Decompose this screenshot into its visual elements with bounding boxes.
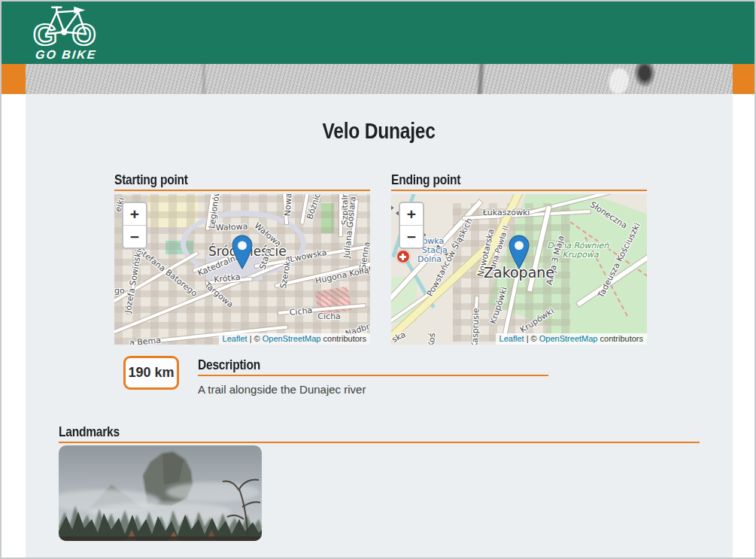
attribution-suffix: contributors	[600, 334, 643, 343]
logo-letter-o: O	[71, 17, 96, 47]
leaflet-link[interactable]: Leaflet	[499, 334, 524, 343]
right-gutter	[733, 94, 754, 557]
ending-point-label: Ending point	[391, 172, 460, 188]
landmark-photo-icon	[59, 445, 262, 541]
description-text: A trail alongside the Dunajec river	[198, 383, 548, 396]
map-street-label: Krupowa	[563, 250, 599, 260]
page: G O GO BIKE Velo Dunajec	[0, 0, 756, 559]
map-street-label: Cicha	[317, 311, 341, 321]
texture-banner	[26, 64, 733, 94]
left-gutter	[2, 94, 26, 557]
page-title: Velo Dunajec	[323, 118, 436, 144]
map-street-label: Dolna	[417, 254, 442, 264]
banner-band	[2, 64, 754, 94]
map-street-label: go	[114, 286, 125, 296]
distance-badge: 190 km	[123, 356, 179, 390]
landmarks-heading: Landmarks	[59, 424, 700, 443]
logo-letter-g: G	[33, 17, 57, 47]
osm-link[interactable]: OpenStreetMap	[539, 334, 598, 343]
logo[interactable]: G O GO BIKE	[30, 4, 102, 62]
distance-value: 190 km	[128, 365, 174, 381]
end-map[interactable]: + − Leaflet | © OpenStreetMap contributo…	[391, 194, 647, 345]
end-marker-icon[interactable]	[508, 235, 530, 269]
texture-patch	[606, 66, 631, 94]
zoom-out-button[interactable]: −	[123, 226, 146, 248]
map-street-label: Wałowa	[216, 221, 248, 232]
zoom-in-button[interactable]: +	[400, 203, 423, 226]
zoom-out-button[interactable]: −	[400, 226, 423, 248]
texture-blob	[633, 64, 656, 88]
app-header: G O GO BIKE	[2, 2, 754, 64]
attribution-divider: | ©	[250, 334, 260, 343]
starting-point-label: Starting point	[114, 172, 188, 188]
map-attribution: Leaflet | © OpenStreetMap contributors	[496, 333, 647, 345]
map-street-label: Koś	[427, 333, 438, 345]
landmark-image	[59, 445, 262, 541]
texture-streak	[202, 64, 205, 94]
bike-logo-icon: G O	[30, 4, 102, 47]
start-map[interactable]: + − Leaflet | © OpenStreetMap contributo…	[114, 194, 370, 345]
attribution-divider: | ©	[527, 334, 537, 343]
ending-point-heading: Ending point	[391, 172, 647, 191]
map-street-label: Łukaszówki	[483, 208, 530, 217]
zoom-in-button[interactable]: +	[123, 203, 146, 226]
map-street-label: Kasprusie	[470, 308, 481, 345]
description-heading: Description	[198, 357, 548, 376]
left-orange-block	[2, 64, 26, 94]
description-label: Description	[198, 357, 260, 373]
leaflet-link[interactable]: Leaflet	[223, 334, 247, 343]
starting-point-heading: Starting point	[114, 172, 370, 191]
start-marker-icon[interactable]	[231, 235, 254, 269]
medical-cross-icon	[396, 250, 410, 263]
landmarks-label: Landmarks	[59, 424, 120, 440]
osm-link[interactable]: OpenStreetMap	[263, 334, 321, 343]
attribution-suffix: contributors	[323, 334, 366, 343]
right-orange-block	[733, 64, 754, 94]
logo-wordmark: GO BIKE	[35, 48, 97, 62]
map-street-label: Nowa	[283, 194, 294, 217]
map-zoom-control: + −	[122, 202, 147, 249]
main-panel: Velo Dunajec Starting point	[26, 94, 733, 557]
texture-streak	[477, 64, 484, 94]
map-zoom-control: + −	[399, 202, 424, 249]
map-attribution: Leaflet | © OpenStreetMap contributors	[219, 333, 370, 345]
